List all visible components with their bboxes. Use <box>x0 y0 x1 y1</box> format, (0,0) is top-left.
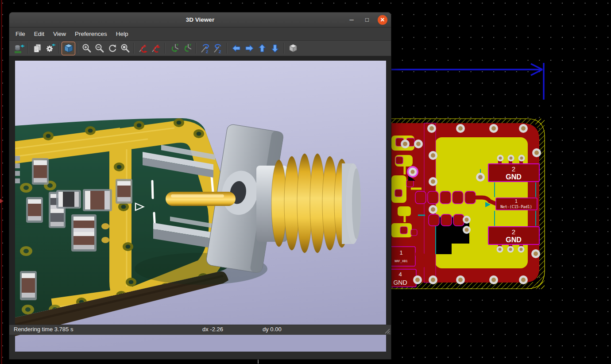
pad-number: 2 <box>512 165 515 173</box>
rotate-z-ccw-button[interactable]: Z <box>212 42 224 55</box>
maximize-icon: □ <box>365 16 369 23</box>
zoom-in-button[interactable] <box>80 42 93 55</box>
move-right-icon <box>244 43 255 54</box>
rotate-z-clockwise-icon: Z <box>200 43 211 54</box>
toolbar-separator <box>165 43 166 54</box>
rotate-y-cw-button[interactable]: Y <box>168 42 181 55</box>
menu-preferences[interactable]: Preferences <box>70 29 112 39</box>
maximize-button[interactable]: □ <box>362 15 372 25</box>
raytracing-render-button[interactable] <box>62 42 75 55</box>
menu-view[interactable]: View <box>49 29 70 39</box>
reload-board-button[interactable] <box>13 42 26 55</box>
render-options-icon <box>45 43 56 54</box>
canvas-marker-tick <box>258 360 259 364</box>
pad-number: 1 <box>515 198 518 204</box>
toolbar-separator <box>77 43 78 54</box>
zoom-out-icon <box>94 43 105 54</box>
redraw-view-icon <box>107 43 118 54</box>
pad-number: 1 <box>399 249 402 256</box>
zoom-in-icon <box>81 43 92 54</box>
rotate-y-clockwise-icon: Y <box>169 43 180 54</box>
minimize-icon: ─ <box>349 16 353 23</box>
move-up-icon <box>257 43 267 54</box>
titlebar[interactable]: 3D Viewer ─ □ × <box>9 12 391 27</box>
canvas-edge-marker <box>0 199 4 203</box>
move-right-button[interactable] <box>243 42 255 55</box>
zoom-fit-button[interactable] <box>119 42 131 55</box>
pad-net: GND <box>506 173 522 181</box>
toolbar-separator <box>28 43 29 54</box>
raytracing-cube-icon <box>63 43 74 54</box>
close-button[interactable]: × <box>378 15 387 25</box>
orthographic-projection-icon <box>288 43 298 54</box>
center-pin <box>166 192 236 206</box>
status-dx: dx -2.26 <box>202 326 223 333</box>
pad-net: GND <box>506 236 522 244</box>
rotate-x-counterclockwise-icon: X <box>151 43 162 54</box>
zoom-fit-icon <box>120 43 131 54</box>
rotate-x-clockwise-icon: X <box>138 43 149 54</box>
move-down-button[interactable] <box>268 42 281 55</box>
redraw-view-button[interactable] <box>106 42 119 55</box>
resize-grip[interactable] <box>384 328 390 334</box>
rotate-z-counterclockwise-icon: Z <box>213 43 224 54</box>
close-icon: × <box>380 16 384 24</box>
pad-net: GND <box>393 279 407 286</box>
copy-image-button[interactable] <box>31 42 44 55</box>
minimize-button[interactable]: ─ <box>347 15 356 25</box>
pad-net: Net-(C15-Pad1) <box>500 205 532 209</box>
render-options-button[interactable] <box>44 42 57 55</box>
desktop: 2 GND 1 Net-(C15-Pad1) 2 GND 1 NRF_X01 4… <box>0 0 611 364</box>
orthographic-projection-button[interactable] <box>286 42 299 55</box>
rotate-y-counterclockwise-icon: Y <box>182 43 193 54</box>
3d-viewer-window: 3D Viewer ─ □ × File Edit View Preferenc… <box>9 12 391 360</box>
copy-image-icon <box>32 43 43 54</box>
desktop-edge-strip <box>1 0 2 364</box>
reload-board-icon <box>14 43 25 54</box>
move-up-button[interactable] <box>255 42 268 55</box>
menu-help[interactable]: Help <box>112 29 133 39</box>
window-content: Rendering time 3.785 s dx -2.26 dy 0.00 <box>9 56 391 335</box>
pad-number: 4 <box>398 271 402 278</box>
zoom-out-button[interactable] <box>93 42 106 55</box>
move-left-button[interactable] <box>230 42 243 55</box>
rotate-y-ccw-button[interactable]: Y <box>181 42 193 55</box>
menu-bar: File Edit View Preferences Help <box>9 27 391 41</box>
window-title: 3D Viewer <box>9 12 391 27</box>
menu-file[interactable]: File <box>11 29 30 39</box>
toolbar-separator <box>227 43 228 54</box>
toolbar: X X Y <box>9 41 391 56</box>
pad-number: 2 <box>512 228 515 236</box>
svg-text:Y: Y <box>176 43 179 47</box>
pad-net-c15[interactable]: 1 Net-(C15-Pad1) <box>496 198 537 210</box>
svg-text:Z: Z <box>206 50 209 54</box>
pcb-layout-graphic[interactable]: 2 GND 1 Net-(C15-Pad1) 2 GND 1 NRF_X01 4… <box>391 118 547 290</box>
status-bar: Rendering time 3.785 s dx -2.26 dy 0.00 <box>9 325 391 335</box>
svg-text:Z: Z <box>219 50 221 54</box>
rotate-x-ccw-button[interactable]: X <box>150 42 162 55</box>
toolbar-separator <box>196 43 197 54</box>
move-down-icon <box>270 43 280 54</box>
dimension-arrow-graphic <box>391 61 547 102</box>
menu-edit[interactable]: Edit <box>30 29 49 39</box>
status-dy: dy 0.00 <box>263 326 282 333</box>
pad-net: NRF_X01 <box>394 259 408 263</box>
rotate-z-cw-button[interactable]: Z <box>199 42 212 55</box>
toolbar-separator <box>59 43 60 54</box>
toolbar-separator <box>134 43 135 54</box>
move-left-icon <box>231 43 242 54</box>
pad-left-pin4[interactable]: 4 GND <box>391 269 416 287</box>
rotate-x-cw-button[interactable]: X <box>137 42 150 55</box>
viewport-3d-render[interactable] <box>15 61 386 352</box>
toolbar-separator <box>283 43 284 54</box>
rendering-time: Rendering time 3.785 s <box>14 326 73 333</box>
svg-text:Y: Y <box>189 43 192 47</box>
